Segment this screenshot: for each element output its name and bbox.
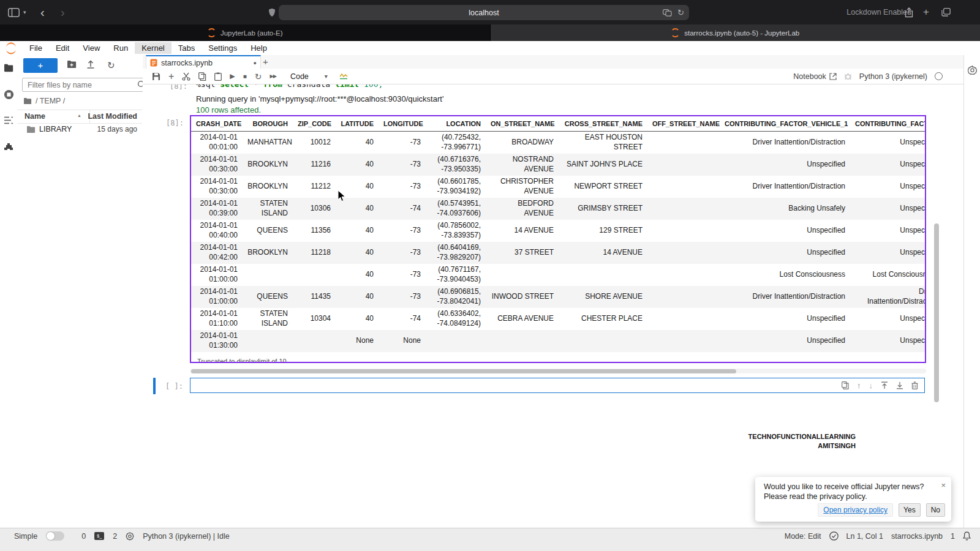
column-last-modified[interactable]: Last Modified [88,112,137,121]
table-cell: Lost Consciousness [850,264,926,286]
sidebar-chevron-icon[interactable]: ▾ [23,0,26,24]
simple-mode-toggle[interactable] [46,531,64,541]
insert-cell-below-icon[interactable] [896,381,903,389]
column-name[interactable]: Name [24,112,45,121]
breadcrumb[interactable]: / TEMP / [23,97,65,105]
reload-icon[interactable]: ↻ [677,8,684,17]
no-button[interactable]: No [926,503,945,517]
menu-settings[interactable]: Settings [202,42,244,54]
paste-cells-icon[interactable] [214,72,222,81]
filter-placeholder: Filter files by name [28,81,92,89]
extension-sparkline-icon[interactable] [339,73,349,80]
terminal-count[interactable]: 0 [81,532,86,541]
table-cell: 2014-01-01 01:00:00 [191,286,243,308]
url-bar[interactable]: localhost ↻ [279,5,689,20]
interrupt-kernel-icon[interactable]: ■ [243,73,247,80]
extensions-icon[interactable] [4,143,13,152]
close-icon[interactable]: × [941,481,946,490]
copy-cells-icon[interactable] [198,72,206,81]
new-notebook-tab-icon[interactable]: + [263,56,268,67]
menu-run[interactable]: Run [107,42,135,54]
autofill-icon[interactable] [663,9,672,17]
menu-kernel[interactable]: Kernel [135,42,172,54]
cursor-position[interactable]: Ln 1, Col 1 [846,532,883,541]
browser-tab-jupyterlab[interactable]: JupyterLab (auto-E) [0,24,490,41]
bell-icon[interactable] [963,531,971,541]
table-cell [647,154,720,176]
table-cell: 2014-01-01 00:30:00 [191,154,243,176]
kernel-status-text[interactable]: Python 3 (ipykernel) | Idle [143,532,230,541]
cell-type-dropdown[interactable]: Code ▾ [290,72,328,81]
table-cell: BROOKLYN [243,154,293,176]
table-cell: 40 [336,198,379,220]
table-row: 2014-01-01 00:30:00BROOKLYN1121240-73(40… [191,176,926,198]
duplicate-cell-icon[interactable] [842,381,849,389]
open-privacy-policy-button[interactable]: Open privacy policy [818,503,893,517]
table-cell: 2014-01-01 01:00:00 [191,264,243,286]
delete-cell-icon[interactable] [911,381,918,389]
status-bar: Simple 0 $_ 2 Python 3 (ipykernel) | Idl… [0,528,980,551]
menu-tabs[interactable]: Tabs [172,42,202,54]
tab-overview-icon[interactable] [941,0,951,24]
horizontal-scrollbar-thumb[interactable] [191,369,736,373]
menu-edit[interactable]: Edit [49,42,76,54]
new-folder-icon[interactable] [67,60,77,69]
sidebar-toggle-icon[interactable] [8,0,20,24]
popup-instruction: Please read the privacy policy. [764,492,867,501]
query-result-output[interactable]: CRASH_DATEBOROUGHZIP_CODELATITUDELONGITU… [190,115,926,363]
restart-run-all-icon[interactable]: ▶▶ [270,73,276,79]
upload-icon[interactable] [86,60,95,69]
new-launcher-button[interactable]: + [23,58,58,73]
notebook-mode-indicator[interactable]: Notebook [793,72,837,81]
kernel-name[interactable]: Python 3 (ipykernel) [859,72,927,81]
empty-cell-editor[interactable]: ↑ ↓ [190,378,925,393]
table-cell: Unspecified [850,154,926,176]
watermark: TECHNOFUNCTIONALLEARNING AMITSINGH [748,432,856,451]
table-cell: Unspecified [850,242,926,264]
running-sessions-icon[interactable] [4,89,14,100]
menu-file[interactable]: File [23,42,49,54]
property-inspector-gear-icon[interactable] [968,66,977,75]
debugger-icon[interactable] [844,72,852,80]
menu-help[interactable]: Help [244,42,274,54]
insert-cell-icon[interactable]: + [168,72,174,81]
share-icon[interactable] [905,0,913,24]
table-of-contents-icon[interactable] [4,116,13,124]
kernel-status-icon[interactable] [935,72,943,80]
forward-icon[interactable]: › [61,0,65,24]
yes-button[interactable]: Yes [899,503,921,517]
table-cell: 11216 [293,154,336,176]
notification-count[interactable]: 1 [951,532,955,541]
file-row-library[interactable]: LIBRARY 15 days ago [17,123,142,137]
insert-cell-above-icon[interactable] [881,381,888,389]
code-keyword: select [220,84,249,89]
notebook-file-icon [150,59,157,67]
filter-files-input[interactable]: Filter files by name [22,78,151,92]
menu-view[interactable]: View [76,42,107,54]
kernel-count[interactable]: 2 [113,532,117,541]
browser-tab-starrocks[interactable]: starrocks.ipynb (auto-5) - JupyterLab [490,24,980,41]
trust-shield-icon[interactable] [829,531,839,541]
refresh-icon[interactable]: ↻ [107,60,115,71]
restart-kernel-icon[interactable]: ↻ [255,72,262,81]
code-number: 100; [364,84,383,89]
file-browser-icon[interactable] [4,64,13,72]
table-row: 2014-01-01 00:01:00MANHATTAN1001240-73(4… [191,132,926,154]
move-cell-down-icon[interactable]: ↓ [869,381,873,390]
move-cell-up-icon[interactable]: ↑ [857,381,861,390]
table-cell: 11356 [293,220,336,242]
kernel-sessions-icon [126,532,134,541]
new-tab-icon[interactable]: + [923,0,929,24]
run-cell-icon[interactable]: ▶ [230,72,235,80]
table-cell [647,264,720,286]
active-cell-indicator [153,378,156,394]
vertical-scrollbar-thumb[interactable] [934,223,939,402]
clipped-code-cell[interactable]: [8]: %sql select * from crashdata limit … [143,84,963,91]
back-icon[interactable]: ‹ [40,0,45,24]
table-cell: Unspecified [850,330,926,352]
horizontal-scrollbar[interactable] [190,369,926,373]
save-icon[interactable] [152,72,160,81]
notebook-tab[interactable]: starrocks.ipynb ● [146,55,261,69]
cut-cells-icon[interactable] [182,72,190,81]
browser-tab-bar: JupyterLab (auto-E) starrocks.ipynb (aut… [0,24,980,41]
